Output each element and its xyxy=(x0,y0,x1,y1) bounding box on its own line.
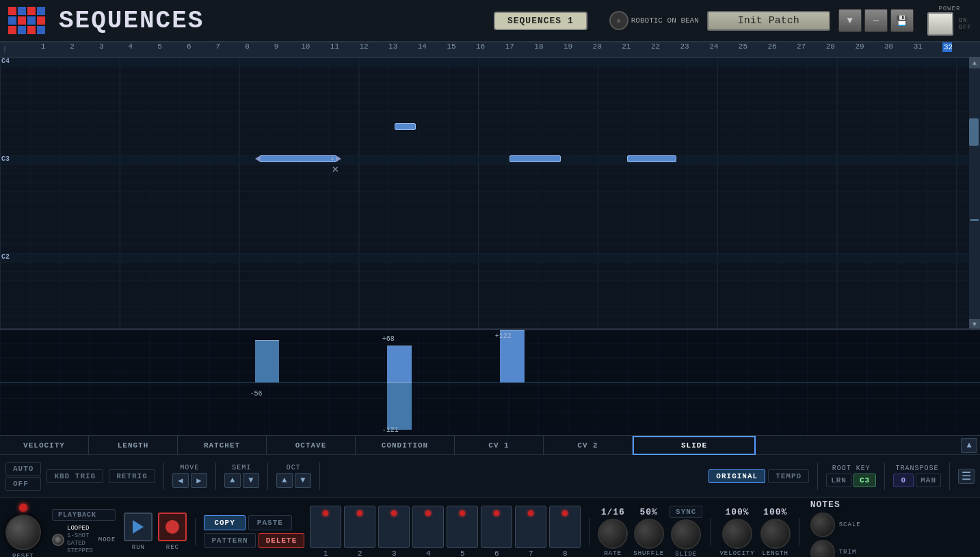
scroll-track[interactable] xyxy=(969,68,980,319)
patch-name[interactable]: Init Patch xyxy=(707,11,830,31)
move-right-btn[interactable]: ▶ xyxy=(191,473,207,488)
tab-velocity[interactable]: VELOCITY xyxy=(0,436,89,455)
trim-knob[interactable] xyxy=(810,540,835,558)
bottom-row: RESET PLAYBACK LOOPED 1-SHOT GATED STEPP… xyxy=(0,497,980,557)
pat-slot-8[interactable]: 8 xyxy=(549,506,581,557)
slide-knob[interactable] xyxy=(671,519,701,549)
pat-slot-6[interactable]: 6 xyxy=(481,506,512,557)
mode-1shot[interactable]: 1-SHOT xyxy=(67,532,93,539)
tab-cv1[interactable]: CV 1 xyxy=(455,436,544,455)
auto-off[interactable]: OFF xyxy=(5,477,41,491)
root-note-display[interactable]: C3 xyxy=(853,474,876,487)
scale-knob[interactable] xyxy=(810,513,835,537)
tab-slide[interactable]: SLIDE xyxy=(633,436,756,455)
pat-slot-3[interactable]: 3 xyxy=(378,506,410,557)
kbd-trig-btn[interactable]: KBD TRIG xyxy=(47,469,103,483)
original-tempo-group: ORIGINAL TEMPO xyxy=(708,469,809,483)
semi-up-btn[interactable]: ▲ xyxy=(224,473,241,488)
oct-down-btn[interactable]: ▼ xyxy=(295,473,311,488)
rate-knob[interactable] xyxy=(598,519,628,549)
mod-bar-1[interactable] xyxy=(255,340,280,383)
transpose-val[interactable]: 0 xyxy=(893,474,914,487)
logo-cell xyxy=(8,16,16,25)
lrn-btn[interactable]: LRN xyxy=(826,474,851,487)
move-group: MOVE ◀ ▶ xyxy=(172,464,207,488)
scroll-thumb[interactable] xyxy=(969,118,979,146)
tab-ratchet[interactable]: RATCHET xyxy=(178,436,267,455)
vertical-scrollbar[interactable]: ▲ ▼ xyxy=(969,57,980,330)
beat-num-6: 6 xyxy=(184,42,194,51)
tab-scroll-btn[interactable]: ▲ xyxy=(961,438,977,453)
semi-down-btn[interactable]: ▼ xyxy=(243,473,259,488)
rec-icon xyxy=(165,520,179,534)
scroll-up-btn[interactable]: ▲ xyxy=(969,57,980,68)
note-c3-main[interactable]: ≡ xyxy=(260,155,336,162)
mode-gated[interactable]: GATED xyxy=(67,540,93,547)
man-btn[interactable]: MAN xyxy=(916,474,941,487)
reset-knob[interactable] xyxy=(5,515,41,550)
svg-rect-7 xyxy=(0,155,980,164)
pat-slot-7[interactable]: 7 xyxy=(515,506,546,557)
pattern-btn[interactable]: PATTERN xyxy=(204,533,255,548)
mode-looped[interactable]: LOOPED xyxy=(67,525,93,532)
vel-pct: 100% xyxy=(725,507,749,517)
minus-btn[interactable]: — xyxy=(864,9,888,32)
beat-num-32: 32 xyxy=(942,42,952,52)
pat-slot-2[interactable]: 2 xyxy=(344,506,375,557)
tempo-btn[interactable]: TEMPO xyxy=(768,469,809,483)
delete-btn[interactable]: DELETE xyxy=(259,533,305,548)
note-upper-small[interactable] xyxy=(395,123,415,130)
mod-bar-2-down[interactable] xyxy=(387,383,412,430)
tab-length[interactable]: LENGTH xyxy=(89,436,178,455)
tab-octave[interactable]: OCTAVE xyxy=(267,436,356,455)
beat-num-21: 21 xyxy=(622,42,631,51)
pat-num-1: 1 xyxy=(323,549,328,557)
sync-btn[interactable]: SYNC xyxy=(670,506,702,518)
move-left-btn[interactable]: ◀ xyxy=(172,473,189,488)
original-btn[interactable]: ORIGINAL xyxy=(708,469,765,483)
auto-label[interactable]: AUTO xyxy=(5,462,41,476)
hamburger-btn[interactable]: ☰ xyxy=(958,469,975,484)
len-pct: 100% xyxy=(763,507,787,517)
shuffle-knob[interactable] xyxy=(634,519,664,549)
power-button[interactable] xyxy=(927,12,953,36)
velocity-knob[interactable] xyxy=(722,519,752,549)
length-knob[interactable] xyxy=(760,519,791,549)
fraction-display: 1/16 xyxy=(601,507,625,517)
note-label-c3: C3 xyxy=(1,155,10,163)
note-c3-right[interactable] xyxy=(627,155,676,162)
oct-up-btn[interactable]: ▲ xyxy=(276,473,293,488)
sequence-name-badge[interactable]: SEQUENCES 1 xyxy=(494,12,587,30)
pat-slot-4[interactable]: 4 xyxy=(412,506,444,557)
copy-btn[interactable]: COPY xyxy=(204,515,245,530)
beat-num-26: 26 xyxy=(767,42,777,51)
playback-label[interactable]: PLAYBACK xyxy=(52,509,116,521)
mode-knob[interactable] xyxy=(52,534,64,546)
oct-group: OCT ▲ ▼ xyxy=(276,464,311,488)
separator-7 xyxy=(949,463,950,490)
retrig-btn[interactable]: RETRIG xyxy=(109,469,155,483)
beat-num-7: 7 xyxy=(213,42,223,51)
scroll-down-btn[interactable]: ▼ xyxy=(969,319,980,330)
run-button[interactable] xyxy=(124,513,153,541)
roll-body[interactable]: C4 C3 C2 ≡ ✕ ▲ ▼ xyxy=(0,57,980,330)
note-left-handle[interactable] xyxy=(255,155,261,162)
pat-slot-1[interactable]: 1 xyxy=(310,506,341,557)
tab-condition[interactable]: CONDITION xyxy=(356,436,455,455)
pat-slot-5[interactable]: 5 xyxy=(447,506,478,557)
mod-bar-2-up[interactable] xyxy=(387,346,412,383)
power-on-off: ON OFF xyxy=(959,17,972,31)
note-right-handle[interactable] xyxy=(336,155,341,162)
arrow-down-btn[interactable]: ▼ xyxy=(838,9,862,32)
tab-cv2[interactable]: CV 2 xyxy=(544,436,633,455)
rec-button[interactable] xyxy=(158,513,187,541)
save-btn[interactable]: 💾 xyxy=(890,9,914,32)
mode-stepped[interactable]: STEPPED xyxy=(67,547,93,554)
beat-num-30: 30 xyxy=(884,42,894,51)
paste-btn[interactable]: PASTE xyxy=(248,515,292,530)
root-key-group: ROOT KEY LRN C3 xyxy=(826,465,876,487)
playback-section: PLAYBACK LOOPED 1-SHOT GATED STEPPED MOD… xyxy=(52,509,116,554)
mod-area[interactable]: -56 +68 -121 +122 xyxy=(0,330,980,436)
note-c3-mid[interactable] xyxy=(509,155,561,162)
note-close-icon[interactable]: ✕ xyxy=(332,162,339,176)
